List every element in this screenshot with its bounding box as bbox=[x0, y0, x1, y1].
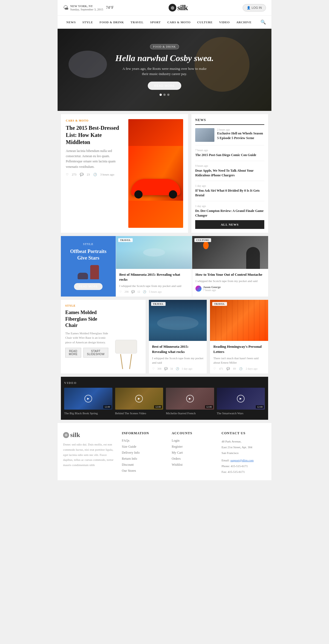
nav-style[interactable]: STYLE bbox=[79, 17, 96, 28]
news-title-3[interactable]: Dear Apple, We Need To Talk About Your R… bbox=[195, 168, 264, 178]
news-item-4[interactable]: 1 day ago If You Ask Siri What 0 Divided… bbox=[195, 184, 264, 201]
read-more-button[interactable]: READ MORE bbox=[65, 348, 81, 358]
news-item-3[interactable]: 9 hours ago Dear Apple, We Need To Talk … bbox=[195, 164, 264, 181]
play-button-2[interactable]: ▶ bbox=[135, 395, 143, 403]
footer-link-stores[interactable]: Our Stores bbox=[122, 469, 166, 473]
footer-fax: Fax: 415-515-6171 bbox=[222, 469, 266, 475]
news-title-2[interactable]: The 2015 Post-San Diego Comic Con Guide bbox=[195, 153, 264, 157]
hero-title: Hella narwhal Cosby swea. bbox=[115, 53, 214, 63]
travel-title-2[interactable]: Best of Minnesota 2015: Revealing what r… bbox=[152, 344, 204, 354]
culture-article-author: Jason George 7 hours ago bbox=[195, 285, 265, 292]
style-card-text: STYLE Eames Molded Fiberglass Side Chair… bbox=[65, 304, 108, 369]
hemingway-time: 2 days ago bbox=[246, 367, 257, 370]
play-button-4[interactable]: ▶ bbox=[237, 395, 245, 403]
news-time-5: 1 day ago bbox=[195, 205, 264, 208]
footer-link-orders[interactable]: Orders bbox=[172, 457, 216, 461]
video-thumb-1: ▶ 12:00 bbox=[64, 388, 112, 410]
hero-subtitle: A few years ago, the Roots were musing o… bbox=[123, 66, 207, 77]
likes-count: 273 bbox=[72, 173, 76, 176]
dot-3[interactable] bbox=[167, 94, 169, 96]
travel-article-title[interactable]: Best of Minnesota 2015: Revealing what r… bbox=[119, 272, 189, 282]
footer-address: 48 Park Avenue,East 21st Street, Apt. 30… bbox=[222, 439, 266, 456]
travel-meta-2: ♡308 💬34 🕐1 day ago bbox=[152, 367, 204, 370]
culture-tag: CULTURE bbox=[194, 238, 211, 242]
news-item-2[interactable]: 7 hours ago The 2015 Post-San Diego Comi… bbox=[195, 149, 264, 161]
comment-icon-4: 💬 bbox=[226, 367, 230, 370]
travel2-likes: 308 bbox=[157, 367, 161, 370]
video-item-4: ▶ 12:00 The Smartwatch Wars bbox=[217, 388, 265, 415]
nav-cars-moto[interactable]: CARS & MOTO bbox=[164, 17, 194, 28]
slideshow-button[interactable]: START SLIDESHOW bbox=[83, 348, 108, 358]
video-title-1[interactable]: The Big Black Book Spring bbox=[64, 411, 112, 415]
news-item-1[interactable]: 2 hours ago Exclusive Hell on Wheels Sea… bbox=[195, 128, 264, 145]
footer-logo-icon: ◎ bbox=[63, 432, 69, 438]
all-news-button[interactable]: ALL NEWS bbox=[195, 220, 264, 229]
hero-read-more-button[interactable]: READ MORE bbox=[148, 82, 181, 90]
footer-link-wishlist[interactable]: Wishlist bbox=[172, 463, 216, 467]
news-item-5[interactable]: 1 day ago Dr. Dre Compton Review: A Gran… bbox=[195, 205, 264, 218]
nav-video[interactable]: VIDEO bbox=[216, 17, 233, 28]
footer-logo-text: silk bbox=[70, 431, 80, 439]
footer-contact-title: CONTACT US bbox=[222, 431, 266, 435]
news-title-5[interactable]: Dr. Dre Compton Review: A Grand Finale G… bbox=[195, 209, 264, 218]
play-button-3[interactable]: ▶ bbox=[186, 395, 194, 403]
search-icon[interactable]: 🔍 bbox=[260, 16, 266, 28]
heart-icon: ♡ bbox=[66, 173, 69, 176]
video-title-2[interactable]: Behind The Scenes Video bbox=[115, 411, 163, 415]
nav-travel[interactable]: TRAVEL bbox=[127, 17, 147, 28]
style-title[interactable]: Eames Molded Fiberglass Side Chair bbox=[65, 309, 108, 329]
lantern-icon bbox=[203, 242, 209, 249]
video-title-4[interactable]: The Smartwatch Wars bbox=[217, 411, 265, 415]
heart-icon-2: ♡ bbox=[119, 290, 122, 293]
video-item-2: ▶ 12:00 Behind The Scenes Video bbox=[115, 388, 163, 415]
culture-article-title[interactable]: How to Trim Your Out of Control Mustache bbox=[195, 272, 265, 277]
footer-link-size[interactable]: Size Guide bbox=[122, 445, 166, 449]
video-grid: ▶ 12:00 The Big Black Book Spring ▶ 12:0… bbox=[64, 388, 265, 415]
nav-news[interactable]: NEWS bbox=[63, 17, 79, 28]
promo-read-more-button[interactable]: READ MORE bbox=[74, 283, 103, 290]
time-ago: 3 hours ago bbox=[100, 173, 114, 176]
nav-archive[interactable]: ARCHIVE bbox=[233, 17, 255, 28]
style-category: STYLE bbox=[65, 304, 108, 307]
hemingway-title[interactable]: Reading Hemingway's Personal Letters bbox=[213, 344, 265, 354]
news-title-1[interactable]: Exclusive Hell on Wheels Season 5 Episod… bbox=[217, 131, 264, 140]
hemingway-meta: ♡471 💬89 🕐2 days ago bbox=[213, 367, 265, 370]
play-button-1[interactable]: ▶ bbox=[84, 395, 92, 403]
travel-desc-2: I whipped the Scotch tape from my pocket… bbox=[152, 356, 204, 365]
footer-link-faqs[interactable]: FAQs bbox=[122, 439, 166, 443]
travel-article-desc: I whipped the Scotch tape from my pocket… bbox=[119, 284, 189, 288]
nav-culture[interactable]: CULTURE bbox=[194, 17, 216, 28]
culture-article-content: How to Trim Your Out of Control Mustache… bbox=[192, 269, 268, 295]
travel-tag-2: TRAVEL bbox=[151, 302, 166, 306]
footer-link-return[interactable]: Return Info bbox=[122, 457, 166, 461]
clock-icon-3: 🕐 bbox=[176, 367, 179, 370]
hemingway-likes: 471 bbox=[219, 367, 223, 370]
footer-link-cart[interactable]: My Cart bbox=[172, 451, 216, 455]
news-title-4[interactable]: If You Ask Siri What 0 Divided By 0 Is I… bbox=[195, 188, 264, 198]
video-title-3[interactable]: Michelin-Starred French bbox=[166, 411, 214, 415]
login-button[interactable]: 👤 LOG IN bbox=[243, 4, 266, 12]
nav-sport[interactable]: SPORT bbox=[147, 17, 164, 28]
travel-article-meta: ♡298 💬12 🕐5 hours ago bbox=[119, 290, 189, 293]
site-logo[interactable]: ◎ silk bbox=[169, 3, 188, 12]
nav-food-drink[interactable]: FOOD & DRINK bbox=[96, 17, 127, 28]
travel-card-2: TRAVEL Best of Minnesota 2015: Revealing… bbox=[149, 300, 207, 373]
featured-card: CARS & MOTO The 2015 Best-Dressed List: … bbox=[61, 114, 188, 233]
footer-link-login[interactable]: Login bbox=[172, 439, 216, 443]
hero-dots bbox=[160, 94, 169, 96]
login-label: LOG IN bbox=[252, 6, 262, 9]
heart-icon-4: ♡ bbox=[213, 367, 216, 370]
footer-link-discount[interactable]: Discount bbox=[122, 463, 166, 467]
email-link[interactable]: support@dlim.com bbox=[230, 459, 254, 462]
footer-link-delivery[interactable]: Delivery Info bbox=[122, 451, 166, 455]
travel-time: 5 hours ago bbox=[149, 290, 162, 293]
footer-link-register[interactable]: Register bbox=[172, 445, 216, 449]
footer-info-title: INFORMATION bbox=[122, 431, 166, 435]
clock-icon-2: 🕐 bbox=[143, 290, 146, 293]
footer-phone: Phone: 415-515-6171 bbox=[222, 463, 266, 469]
featured-title[interactable]: The 2015 Best-Dressed List: How Kate Mid… bbox=[66, 124, 124, 146]
travel2-comments: 34 bbox=[170, 367, 173, 370]
second-row: STYLE Offbeat Portraits Give Stars READ … bbox=[61, 236, 268, 297]
dot-2[interactable] bbox=[163, 94, 166, 96]
dot-1[interactable] bbox=[160, 94, 162, 96]
